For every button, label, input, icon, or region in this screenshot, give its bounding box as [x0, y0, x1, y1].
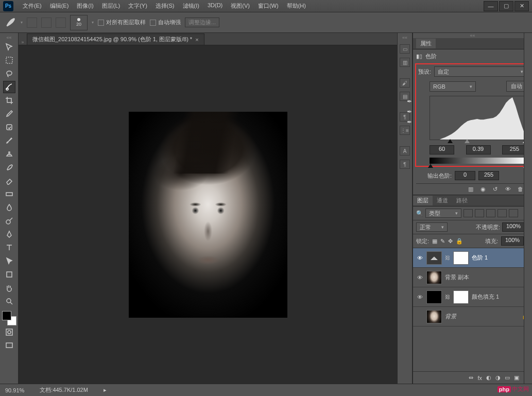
canvas[interactable]	[19, 45, 397, 384]
visibility-toggle[interactable]: 👁	[416, 255, 423, 261]
filter-pixel-icon[interactable]	[464, 209, 473, 217]
crop-tool[interactable]	[3, 94, 15, 107]
move-tool[interactable]	[3, 41, 15, 53]
channel-dropdown[interactable]: RGB	[430, 81, 476, 92]
document-tab[interactable]: 微信截图_20210824154425.jpg @ 90.9% (色阶 1, 图…	[27, 33, 204, 45]
gradient-tool[interactable]	[3, 188, 15, 200]
maximize-button[interactable]: ▢	[499, 1, 513, 11]
gray-point-dropper[interactable]: ✒	[407, 108, 412, 115]
char-styles-icon[interactable]: A	[400, 146, 410, 156]
layer-row[interactable]: 👁 ◢◣ ⛓ 色阶 1	[413, 248, 532, 268]
new-layer-icon[interactable]: ▣	[514, 374, 519, 381]
type-tool[interactable]	[3, 242, 15, 254]
highlight-input[interactable]: 255	[502, 145, 527, 154]
menu-view[interactable]: 视图(V)	[227, 1, 254, 11]
lock-position-icon[interactable]: ✥	[448, 238, 453, 245]
minimize-button[interactable]: —	[484, 1, 498, 11]
color-swatches[interactable]	[2, 311, 16, 325]
chevron-down-icon[interactable]: ▾	[21, 20, 23, 25]
visibility-icon[interactable]: 👁	[505, 186, 513, 193]
add-mask-icon[interactable]: ◐	[486, 374, 491, 381]
close-tab-icon[interactable]: ×	[195, 37, 198, 43]
menu-select[interactable]: 选择(S)	[151, 1, 179, 11]
input-sliders[interactable]	[430, 139, 526, 143]
actions-panel-icon[interactable]: ▥	[400, 58, 410, 67]
menu-image[interactable]: 图像(I)	[73, 1, 97, 11]
eyedropper-tool[interactable]	[3, 108, 15, 120]
adjustment-thumb-icon[interactable]: ◢◣	[426, 251, 442, 265]
marquee-tool[interactable]	[3, 54, 15, 66]
layers-tab[interactable]: 图层	[413, 196, 433, 205]
add-selection-icon[interactable]	[41, 18, 52, 28]
blur-tool[interactable]	[3, 201, 15, 214]
layer-mask-thumb[interactable]	[453, 251, 469, 265]
channels-tab[interactable]: 通道	[433, 196, 452, 205]
menu-window[interactable]: 窗口(W)	[254, 1, 283, 11]
filter-shape-icon[interactable]	[497, 209, 507, 217]
new-selection-icon[interactable]	[27, 18, 37, 28]
healing-brush-tool[interactable]	[3, 121, 15, 133]
doc-size-info[interactable]: 文档:445.7K/1.02M	[40, 386, 88, 394]
sample-all-layers-option[interactable]: 对所有图层取样	[98, 19, 146, 26]
levels-histogram[interactable]	[430, 96, 527, 140]
layer-row[interactable]: 👁 ⛓ 颜色填充 1	[413, 287, 532, 307]
menu-type[interactable]: 文字(Y)	[124, 1, 151, 11]
layer-thumb[interactable]	[426, 310, 442, 323]
shape-tool[interactable]	[3, 268, 15, 281]
reset-icon[interactable]: ↺	[493, 186, 501, 193]
output-white-input[interactable]: 255	[478, 171, 499, 180]
brush-tool[interactable]	[3, 134, 15, 147]
layer-mask-thumb[interactable]	[453, 290, 469, 304]
preset-dropdown[interactable]: 自定	[434, 66, 527, 77]
opacity-input[interactable]: 100%	[502, 222, 525, 232]
menu-file[interactable]: 文件(E)	[19, 1, 46, 11]
brush-preset-picker[interactable]: 20	[70, 15, 88, 30]
character-panel-icon[interactable]: ⋮≡	[400, 126, 410, 135]
layer-row[interactable]: 背景 🔒	[413, 307, 532, 326]
layer-name[interactable]: 背景 副本	[445, 273, 469, 281]
dodge-tool[interactable]	[3, 215, 15, 227]
fill-thumb-icon[interactable]	[426, 290, 442, 304]
properties-tab[interactable]: 属性	[416, 39, 436, 48]
eraser-tool[interactable]	[3, 175, 15, 187]
status-menu-icon[interactable]: ▸	[104, 387, 107, 393]
view-previous-icon[interactable]: ◉	[480, 186, 489, 193]
search-icon[interactable]: 🔍	[416, 210, 423, 217]
filter-smart-icon[interactable]	[509, 209, 518, 217]
auto-enhance-option[interactable]: 自动增强	[150, 19, 181, 26]
layer-name[interactable]: 颜色填充 1	[472, 293, 499, 301]
filter-adjust-icon[interactable]	[475, 209, 484, 217]
blend-mode-dropdown[interactable]: 正常	[416, 222, 448, 232]
mask-link-icon[interactable]: ⛓	[445, 255, 450, 261]
shadow-slider[interactable]	[448, 139, 453, 143]
white-point-dropper[interactable]: ✒	[407, 118, 412, 126]
history-brush-tool[interactable]	[3, 161, 15, 174]
filter-kind-dropdown[interactable]: 类型	[425, 209, 461, 218]
link-layers-icon[interactable]: ⇔	[469, 374, 473, 381]
layer-name[interactable]: 色阶 1	[472, 254, 488, 262]
para-styles-icon[interactable]: ¶	[400, 160, 410, 169]
chevron-down-icon[interactable]: ▾	[92, 20, 94, 25]
shadow-input[interactable]: 60	[430, 145, 454, 154]
layer-thumb[interactable]	[426, 271, 442, 284]
foreground-color[interactable]	[2, 311, 11, 320]
doc-grip-icon[interactable]: »	[19, 40, 27, 45]
fill-input[interactable]: 100%	[501, 236, 524, 246]
path-selection-tool[interactable]	[3, 255, 15, 267]
midtone-slider[interactable]	[465, 139, 470, 143]
menu-edit[interactable]: 编辑(E)	[46, 1, 73, 11]
layer-name[interactable]: 背景	[445, 313, 456, 320]
filter-type-icon[interactable]	[486, 209, 495, 217]
visibility-toggle[interactable]: 👁	[416, 274, 423, 281]
tool-preset-icon[interactable]	[4, 16, 16, 29]
output-black-slider[interactable]	[428, 164, 433, 168]
lock-pixels-icon[interactable]: ✎	[440, 238, 445, 245]
menu-filter[interactable]: 滤镜(I)	[179, 1, 203, 11]
layer-style-icon[interactable]: fx	[477, 375, 482, 381]
brush-panel-icon[interactable]: 🖌	[400, 78, 410, 88]
clip-to-layer-icon[interactable]: ▥	[468, 186, 476, 193]
lock-all-icon[interactable]: 🔒	[456, 238, 463, 245]
menu-help[interactable]: 帮助(H)	[283, 1, 310, 11]
pen-tool[interactable]	[3, 228, 15, 240]
toolbox-grip-icon[interactable]: ««	[0, 35, 18, 40]
